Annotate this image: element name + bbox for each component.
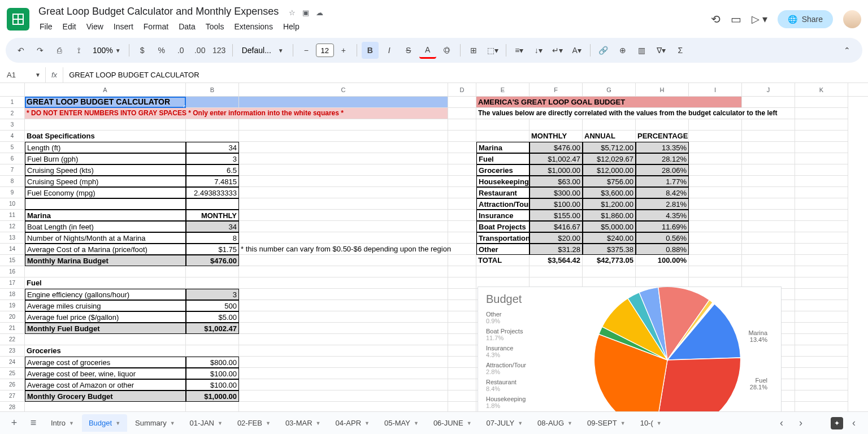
print-button[interactable]: ⎙ [51, 42, 68, 59]
sheet-tab[interactable]: 09-SEPT ▼ [580, 414, 632, 432]
cell[interactable] [448, 357, 476, 368]
cell[interactable]: Monthly Marina Budget [25, 255, 186, 266]
cell[interactable]: Monthly Fuel Budget [25, 323, 186, 334]
cell[interactable] [742, 131, 795, 142]
cell[interactable]: Average Cost of a Marina (price/foot) [25, 244, 186, 255]
cell[interactable] [795, 368, 848, 379]
cell[interactable]: Housekeeping [476, 176, 530, 187]
cell[interactable] [742, 187, 795, 198]
cell[interactable]: The values below are directly correlated… [476, 108, 795, 119]
cell[interactable] [689, 142, 742, 153]
cell[interactable] [239, 232, 448, 244]
cell[interactable]: $1,000.00 [530, 164, 583, 176]
cell[interactable] [448, 221, 476, 232]
cell[interactable] [476, 266, 530, 277]
cell-a1[interactable]: GREAT LOOP BUDGET CALCULATOR [25, 97, 186, 108]
cell[interactable]: 100.00% [636, 255, 689, 266]
fill-color-button[interactable]: 🟗 [439, 42, 455, 59]
cell[interactable] [448, 232, 476, 244]
menu-file[interactable]: File [35, 20, 57, 33]
cell[interactable] [239, 266, 448, 277]
cell[interactable]: Engine efficiency (gallons/hour) [25, 289, 186, 300]
col-header[interactable]: J [742, 83, 795, 96]
cell[interactable] [448, 176, 476, 187]
budget-pie-chart[interactable]: Budget Other0.9%Boat Projects11.7%Insura… [478, 287, 782, 416]
cell[interactable] [239, 119, 448, 131]
cell[interactable] [795, 289, 848, 300]
cell[interactable] [795, 97, 848, 108]
cell[interactable] [795, 187, 848, 198]
cell[interactable]: $5,712.00 [583, 142, 636, 153]
decrease-decimal-button[interactable]: .0 [172, 42, 189, 59]
cell[interactable] [742, 119, 795, 131]
sheet-tab[interactable]: 07-JULY ▼ [480, 414, 530, 432]
link-button[interactable]: 🔗 [595, 42, 612, 59]
cell[interactable]: $100.00 [186, 368, 239, 379]
cell[interactable]: Marina [25, 210, 186, 221]
cell[interactable] [448, 131, 476, 142]
cell[interactable]: 2.493833333 [186, 187, 239, 198]
cloud-icon[interactable]: ☁ [316, 8, 323, 17]
cell[interactable]: Other [476, 244, 530, 255]
cell[interactable]: * DO NOT ENTER NUMBERS INTO GRAY SPACES … [25, 108, 448, 119]
cell[interactable]: $3,600.00 [583, 187, 636, 198]
cell[interactable]: 8.42% [636, 187, 689, 198]
wrap-button[interactable]: ↵▾ [549, 42, 566, 59]
cell[interactable]: $42,773.05 [583, 255, 636, 266]
cell[interactable] [448, 277, 476, 289]
cell[interactable]: * this number can vary from $0.50-$6 dep… [239, 244, 448, 255]
cell[interactable] [239, 311, 448, 323]
cell[interactable]: Cruising Speed (mph) [25, 176, 186, 187]
cell[interactable]: 11.69% [636, 221, 689, 232]
cell[interactable]: Fuel Burn (gph) [25, 153, 186, 164]
cell[interactable] [742, 153, 795, 164]
cell[interactable] [186, 198, 239, 210]
cell[interactable]: Average cost of beer, wine, liquor [25, 368, 186, 379]
cell[interactable] [239, 176, 448, 187]
merge-button[interactable]: ⬚▾ [484, 42, 501, 59]
functions-button[interactable]: Σ [672, 42, 689, 59]
currency-button[interactable]: $ [134, 42, 151, 59]
cell[interactable] [742, 244, 795, 255]
sheet-tab[interactable]: 02-FEB ▼ [231, 414, 277, 432]
cell[interactable] [530, 266, 583, 277]
add-sheet-button[interactable]: + [6, 415, 23, 432]
paint-format-button[interactable]: ⟟ [70, 42, 87, 59]
menu-extensions[interactable]: Extensions [229, 20, 277, 33]
cell[interactable] [795, 232, 848, 244]
cell[interactable] [239, 300, 448, 311]
cell[interactable] [583, 119, 636, 131]
sheet-tab[interactable]: Budget ▼ [82, 414, 127, 432]
cell[interactable] [689, 232, 742, 244]
cell[interactable] [795, 108, 848, 119]
cell[interactable]: Boat Projects [476, 221, 530, 232]
all-sheets-button[interactable]: ≡ [25, 415, 42, 432]
cell[interactable]: PERCENTAGE [636, 131, 689, 142]
cell[interactable]: Length (ft) [25, 142, 186, 153]
cell[interactable] [448, 164, 476, 176]
cell[interactable]: 2.81% [636, 198, 689, 210]
cell[interactable] [742, 164, 795, 176]
cell[interactable]: $5,000.00 [583, 221, 636, 232]
history-icon[interactable]: ⟲ [711, 12, 721, 26]
cell[interactable] [530, 119, 583, 131]
cell[interactable] [742, 232, 795, 244]
cell[interactable] [186, 277, 239, 289]
cell[interactable]: $100.00 [530, 198, 583, 210]
cell[interactable]: TOTAL [476, 255, 530, 266]
cell[interactable]: $1,860.00 [583, 210, 636, 221]
cell[interactable]: $416.67 [530, 221, 583, 232]
cell[interactable]: $476.00 [186, 255, 239, 266]
cell[interactable]: $240.00 [583, 232, 636, 244]
col-header[interactable]: B [186, 83, 239, 96]
cell[interactable] [448, 368, 476, 379]
cell[interactable]: MONTHLY [530, 131, 583, 142]
cell[interactable] [795, 357, 848, 368]
cell[interactable] [239, 323, 448, 334]
borders-button[interactable]: ⊞ [465, 42, 482, 59]
more-formats-button[interactable]: 123 [211, 42, 228, 59]
sheet-tab[interactable]: 10-( ▼ [633, 414, 669, 432]
cell[interactable]: Average miles cruising [25, 300, 186, 311]
cell[interactable] [448, 379, 476, 390]
cell[interactable]: $1,002.47 [186, 323, 239, 334]
